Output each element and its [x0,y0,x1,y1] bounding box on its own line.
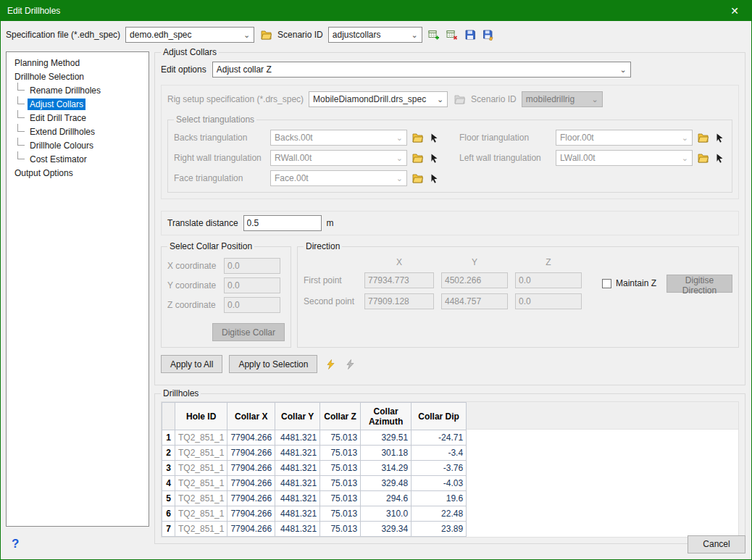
new-scenario-icon[interactable] [427,29,440,41]
sidebar-item-extend-drillholes[interactable]: Extend Drillholes [8,125,147,138]
grid-cell[interactable]: 4481.321 [275,446,320,461]
z-coordinate-row: Z coordinate [167,297,285,313]
grid-cell[interactable]: TQ2_851_1 [175,506,227,522]
grid-cell[interactable]: -24.71 [411,430,467,446]
grid-cell[interactable]: 77904.266 [227,430,275,446]
grid-cell[interactable]: -3.76 [411,461,467,476]
chevron-down-icon: ⌄ [678,154,692,162]
grid-cell[interactable]: 314.29 [361,461,411,476]
spec-file-label: Specification file (*.edh_spec) [6,30,120,40]
second-point-z-input [515,293,582,309]
grid-cell[interactable]: 329.48 [361,476,411,491]
rig-spec-combo: MobileDiamondDrill.drs_spec ⌄ [309,91,448,107]
delete-scenario-icon[interactable] [446,29,459,41]
grid-cell[interactable]: 4481.321 [275,506,320,522]
column-header-collar-y[interactable]: Collar Y [275,403,320,430]
table-row[interactable]: 6TQ2_851_177904.2664481.32175.013310.022… [162,506,467,522]
grid-cell[interactable]: TQ2_851_1 [175,491,227,506]
spec-file-combo[interactable]: demo.edh_spec ⌄ [125,27,254,43]
sidebar-item-output-options[interactable]: Output Options [8,166,147,180]
row-number[interactable]: 5 [162,491,175,506]
column-header-collar-dip[interactable]: Collar Dip [411,403,467,430]
maintain-z-checkbox[interactable] [602,279,611,288]
grid-cell[interactable]: 301.18 [361,446,411,461]
corner-cell[interactable] [162,403,175,430]
sidebar-item-adjust-collars[interactable]: Adjust Collars [8,97,147,111]
grid-cell[interactable]: 4481.321 [275,430,320,446]
row-number[interactable]: 1 [162,430,175,446]
grid-cell[interactable]: 77904.266 [227,476,275,491]
grid-cell[interactable]: TQ2_851_1 [175,476,227,491]
column-header-collar-z[interactable]: Collar Z [320,403,361,430]
column-header-collar-azimuth[interactable]: Collar Azimuth [361,403,411,430]
grid-cell[interactable]: 294.6 [361,491,411,506]
table-row[interactable]: 1TQ2_851_177904.2664481.32175.013329.51-… [162,430,467,446]
grid-cell[interactable]: -4.03 [411,476,467,491]
maintain-z-field[interactable]: Maintain Z [602,278,656,288]
table-row[interactable]: 2TQ2_851_177904.2664481.32175.013301.18-… [162,446,467,461]
apply-to-selection-button[interactable]: Apply to Selection [229,355,317,373]
lightning-pick-icon[interactable] [343,359,356,370]
open-folder-icon [453,93,466,105]
row-number[interactable]: 3 [162,461,175,476]
sidebar-item-label: Adjust Collars [28,99,85,110]
grid-cell[interactable]: 75.013 [320,461,361,476]
table-row[interactable]: 5TQ2_851_177904.2664481.32175.013294.619… [162,491,467,506]
select-collar-position-title: Select Collar Position [167,241,254,251]
drillholes-grid-panel[interactable]: Hole ID Collar X Collar Y Collar Z Colla… [161,401,739,538]
translate-distance-label: Translate distance [167,218,238,228]
floor-triangulation-field: Floor triangulation Floor.00t ⌄ [459,130,726,146]
sidebar-item-edit-drill-trace[interactable]: Edit Drill Trace [8,111,147,125]
translate-distance-input[interactable] [243,215,322,231]
apply-to-all-button[interactable]: Apply to All [161,355,222,373]
grid-cell[interactable]: 19.6 [411,491,467,506]
grid-cell[interactable]: 329.51 [361,430,411,446]
grid-cell[interactable]: 77904.266 [227,461,275,476]
row-number[interactable]: 6 [162,506,175,522]
grid-cell[interactable]: 75.013 [320,446,361,461]
grid-cell[interactable]: 75.013 [320,476,361,491]
help-button[interactable]: ? [12,537,19,551]
sidebar-item-cost-estimator[interactable]: Cost Estimator [8,152,147,166]
grid-cell[interactable]: 75.013 [320,491,361,506]
grid-cell[interactable]: 75.013 [320,506,361,522]
titlebar[interactable]: Edit Drillholes ✕ [1,1,751,21]
table-row[interactable]: 3TQ2_851_177904.2664481.32175.013314.29-… [162,461,467,476]
grid-cell[interactable]: 77904.266 [227,491,275,506]
grid-cell[interactable]: 77904.266 [227,506,275,522]
lightning-icon[interactable] [324,359,337,370]
table-row[interactable]: 4TQ2_851_177904.2664481.32175.013329.48-… [162,476,467,491]
grid-cell[interactable]: 75.013 [320,430,361,446]
row-number[interactable]: 4 [162,476,175,491]
save-scenario-icon[interactable] [464,29,477,41]
close-button[interactable]: ✕ [718,1,751,21]
sidebar-item-rename-drillholes[interactable]: Rename Drillholes [8,83,147,97]
grid-cell[interactable]: 4481.321 [275,491,320,506]
open-folder-icon [411,152,424,164]
open-folder-icon[interactable] [259,29,272,41]
sidebar-item-label: Cost Estimator [28,154,89,165]
grid-cell[interactable]: -3.4 [411,446,467,461]
grid-cell[interactable]: 77904.266 [227,446,275,461]
grid-cell[interactable]: TQ2_851_1 [175,461,227,476]
grid-cell[interactable]: TQ2_851_1 [175,430,227,446]
sidebar-item-planning-method[interactable]: Planning Method [8,56,147,70]
scenario-id-combo[interactable]: adjustcollars ⌄ [328,27,422,43]
column-header-hole-id[interactable]: Hole ID [175,403,227,430]
edit-options-combo[interactable]: Adjust collar Z ⌄ [212,62,631,78]
sidebar-item-drillhole-colours[interactable]: Drillhole Colours [8,138,147,152]
cancel-button[interactable]: Cancel [688,535,745,553]
grid-cell[interactable]: 22.48 [411,506,467,522]
sidebar-item-drillhole-selection[interactable]: Drillhole Selection [8,70,147,83]
edit-options-label: Edit options [161,64,206,75]
drillholes-title: Drillholes [161,388,201,398]
save-as-scenario-icon[interactable] [482,29,495,41]
row-number[interactable]: 2 [162,446,175,461]
grid-cell[interactable]: 4481.321 [275,461,320,476]
column-header-collar-x[interactable]: Collar X [227,403,275,430]
grid-cell[interactable]: TQ2_851_1 [175,446,227,461]
first-point-x-input [364,272,434,288]
grid-cell[interactable]: 310.0 [361,506,411,522]
drillholes-tbody: 1TQ2_851_177904.2664481.32175.013329.51-… [162,430,467,537]
grid-cell[interactable]: 4481.321 [275,476,320,491]
